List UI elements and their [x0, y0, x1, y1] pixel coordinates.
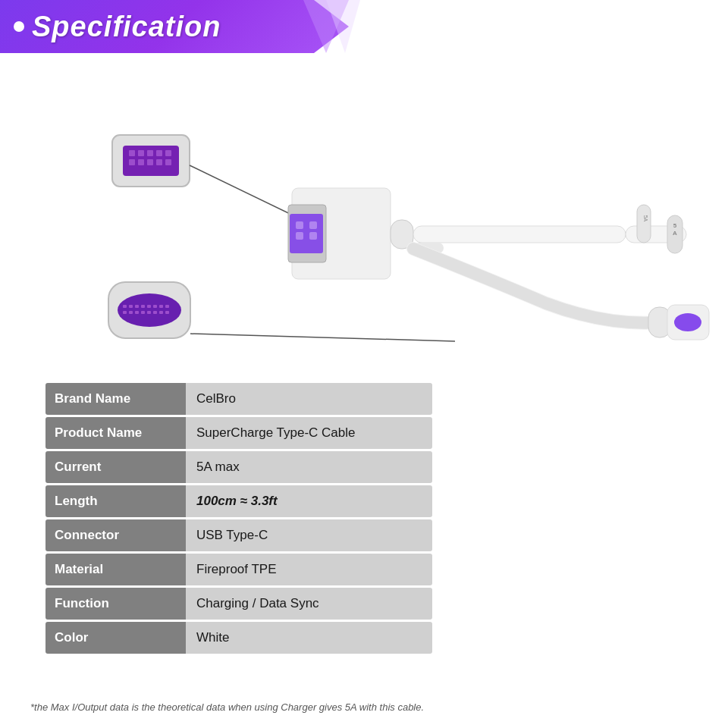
- svg-rect-20: [147, 305, 151, 308]
- svg-rect-30: [159, 311, 163, 314]
- svg-text:A: A: [673, 230, 677, 237]
- svg-rect-19: [141, 305, 145, 308]
- spec-label: Length: [46, 485, 186, 517]
- header-title: Specification: [32, 11, 221, 43]
- svg-point-15: [118, 293, 181, 327]
- spec-value: CelBro: [186, 383, 432, 415]
- svg-rect-36: [296, 221, 303, 229]
- svg-rect-3: [129, 150, 135, 156]
- spec-row: FunctionCharging / Data Sync: [46, 588, 432, 620]
- spec-row: Color White: [46, 622, 432, 654]
- svg-rect-7: [165, 150, 171, 156]
- svg-rect-11: [156, 159, 162, 165]
- spec-row: Length100cm ≈ 3.3ft: [46, 485, 432, 517]
- svg-rect-10: [147, 159, 153, 165]
- svg-rect-12: [165, 159, 171, 165]
- svg-rect-16: [123, 305, 127, 308]
- svg-rect-25: [129, 311, 133, 314]
- svg-rect-41: [413, 226, 626, 243]
- spec-value: White: [186, 622, 432, 654]
- spec-table: Brand NameCelBroProduct NameSuperCharge …: [46, 383, 432, 656]
- svg-text:5A: 5A: [643, 215, 648, 222]
- header-banner: Specification: [0, 0, 349, 53]
- svg-rect-31: [165, 311, 169, 314]
- svg-rect-9: [138, 159, 144, 165]
- svg-point-49: [674, 313, 701, 331]
- spec-value: 100cm ≈ 3.3ft: [186, 485, 432, 517]
- spec-value: Fireproof TPE: [186, 554, 432, 585]
- svg-rect-28: [147, 311, 151, 314]
- spec-label: Color: [46, 622, 186, 654]
- spec-value: SuperCharge Type-C Cable: [186, 417, 432, 449]
- svg-rect-21: [153, 305, 157, 308]
- svg-rect-17: [129, 305, 133, 308]
- svg-rect-22: [159, 305, 163, 308]
- spec-label: Connector: [46, 519, 186, 551]
- spec-value: USB Type-C: [186, 519, 432, 551]
- svg-rect-24: [123, 311, 127, 314]
- svg-rect-29: [153, 311, 157, 314]
- header-dot: [14, 21, 24, 32]
- spec-row: Current5A max: [46, 451, 432, 483]
- svg-rect-50: [637, 205, 651, 243]
- svg-rect-4: [138, 150, 144, 156]
- header-decoration-2: [326, 0, 360, 53]
- cable-illustration: 5 A 5A: [0, 53, 728, 402]
- svg-rect-35: [290, 214, 323, 253]
- spec-row: Brand NameCelBro: [46, 383, 432, 415]
- svg-rect-27: [141, 311, 145, 314]
- spec-row: Product NameSuperCharge Type-C Cable: [46, 417, 432, 449]
- spec-row: MaterialFireproof TPE: [46, 554, 432, 585]
- svg-rect-39: [309, 232, 317, 240]
- svg-rect-23: [165, 305, 169, 308]
- svg-rect-6: [156, 150, 162, 156]
- cable-svg: 5 A 5A: [0, 53, 728, 402]
- spec-value: 5A max: [186, 451, 432, 483]
- svg-text:5: 5: [673, 222, 677, 229]
- svg-rect-18: [135, 305, 139, 308]
- svg-rect-37: [309, 221, 317, 229]
- spec-label: Brand Name: [46, 383, 186, 415]
- spec-label: Function: [46, 588, 186, 620]
- svg-rect-8: [129, 159, 135, 165]
- spec-label: Material: [46, 554, 186, 585]
- spec-row: ConnectorUSB Type-C: [46, 519, 432, 551]
- spec-value: Charging / Data Sync: [186, 588, 432, 620]
- svg-rect-38: [296, 232, 303, 240]
- svg-rect-26: [135, 311, 139, 314]
- spec-label: Current: [46, 451, 186, 483]
- spec-label: Product Name: [46, 417, 186, 449]
- svg-rect-5: [147, 150, 153, 156]
- footer-note: *the Max I/Output data is the theoretica…: [30, 701, 698, 713]
